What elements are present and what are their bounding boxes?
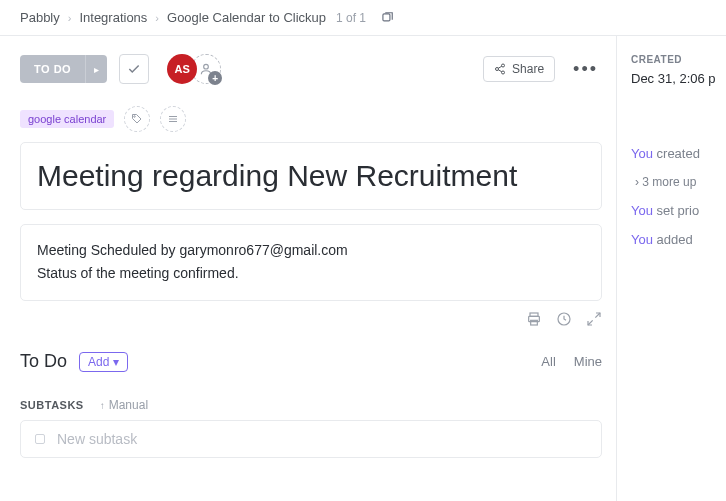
chevron-right-icon: ›: [155, 12, 159, 24]
task-main-panel: TO DO ▸ AS + Share: [0, 36, 616, 501]
arrow-up-icon: ↑: [100, 400, 105, 411]
assignee-avatar[interactable]: AS: [167, 54, 197, 84]
tags-row: google calendar: [20, 106, 602, 132]
caret-down-icon: ▾: [113, 355, 119, 369]
description-line-1: Meeting Scheduled by garymonro677@gmail.…: [37, 239, 585, 263]
todo-header: To Do Add ▾ All Mine: [20, 351, 602, 372]
history-icon[interactable]: [556, 311, 572, 327]
subtask-checkbox-icon: [35, 434, 45, 444]
description-line-2: Status of the meeting confirmed.: [37, 262, 585, 286]
assignee-initials: AS: [175, 63, 190, 75]
add-tag-button[interactable]: [124, 106, 150, 132]
breadcrumb-count: 1 of 1: [336, 11, 366, 25]
new-subtask-input[interactable]: [57, 431, 587, 447]
svg-rect-13: [531, 320, 538, 325]
expand-icon[interactable]: [586, 311, 602, 327]
status-button[interactable]: TO DO: [20, 55, 85, 83]
print-icon[interactable]: [526, 311, 542, 327]
tag-google-calendar[interactable]: google calendar: [20, 110, 114, 128]
activity-item: You created: [631, 146, 726, 161]
svg-line-15: [595, 313, 600, 318]
svg-point-1: [204, 64, 209, 69]
activity-actor: You: [631, 232, 653, 247]
new-subtask-row[interactable]: [20, 420, 602, 458]
svg-point-3: [496, 68, 499, 71]
created-date: Dec 31, 2:06 p: [631, 71, 726, 86]
activity-item: You added: [631, 232, 726, 247]
task-description-input[interactable]: Meeting Scheduled by garymonro677@gmail.…: [20, 224, 602, 302]
extra-options-button[interactable]: [160, 106, 186, 132]
share-button[interactable]: Share: [483, 56, 555, 82]
svg-point-2: [502, 64, 505, 67]
more-menu-button[interactable]: •••: [569, 59, 602, 80]
subtasks-label: SUBTASKS: [20, 399, 84, 411]
svg-line-6: [498, 70, 502, 72]
status-next-button[interactable]: ▸: [85, 55, 107, 83]
task-toolbar: TO DO ▸ AS + Share: [20, 54, 602, 84]
filter-mine[interactable]: Mine: [574, 354, 602, 369]
breadcrumb-item-2[interactable]: Google Calendar to Clickup: [167, 10, 326, 25]
task-title-input[interactable]: Meeting regarding New Recruitment: [20, 142, 602, 210]
activity-sidebar: CREATED Dec 31, 2:06 p You created › 3 m…: [616, 36, 726, 501]
share-label: Share: [512, 62, 544, 76]
svg-line-16: [588, 320, 593, 325]
todo-heading: To Do: [20, 351, 67, 372]
svg-point-4: [502, 71, 505, 74]
assignees: AS +: [167, 54, 221, 84]
activity-item: You set prio: [631, 203, 726, 218]
svg-line-5: [498, 66, 502, 68]
activity-more[interactable]: › 3 more up: [631, 175, 726, 189]
add-label: Add: [88, 355, 109, 369]
manual-label: Manual: [109, 398, 148, 412]
open-external-icon[interactable]: [380, 11, 394, 25]
activity-actor: You: [631, 146, 653, 161]
subtasks-header: SUBTASKS ↑ Manual: [20, 398, 602, 412]
breadcrumb-item-0[interactable]: Pabbly: [20, 10, 60, 25]
description-actions: [20, 311, 602, 327]
add-todo-button[interactable]: Add ▾: [79, 352, 128, 372]
breadcrumb-item-1[interactable]: Integrations: [79, 10, 147, 25]
breadcrumb: Pabbly › Integrations › Google Calendar …: [0, 0, 726, 36]
chevron-right-icon: ›: [68, 12, 72, 24]
task-title-text: Meeting regarding New Recruitment: [37, 157, 585, 195]
created-label: CREATED: [631, 54, 726, 65]
activity-actor: You: [631, 203, 653, 218]
svg-point-7: [134, 116, 136, 118]
filter-all[interactable]: All: [541, 354, 555, 369]
mark-complete-button[interactable]: [119, 54, 149, 84]
svg-rect-0: [383, 13, 390, 20]
share-icon: [494, 63, 506, 75]
plus-icon: +: [208, 71, 222, 85]
subtasks-sort-button[interactable]: ↑ Manual: [100, 398, 148, 412]
